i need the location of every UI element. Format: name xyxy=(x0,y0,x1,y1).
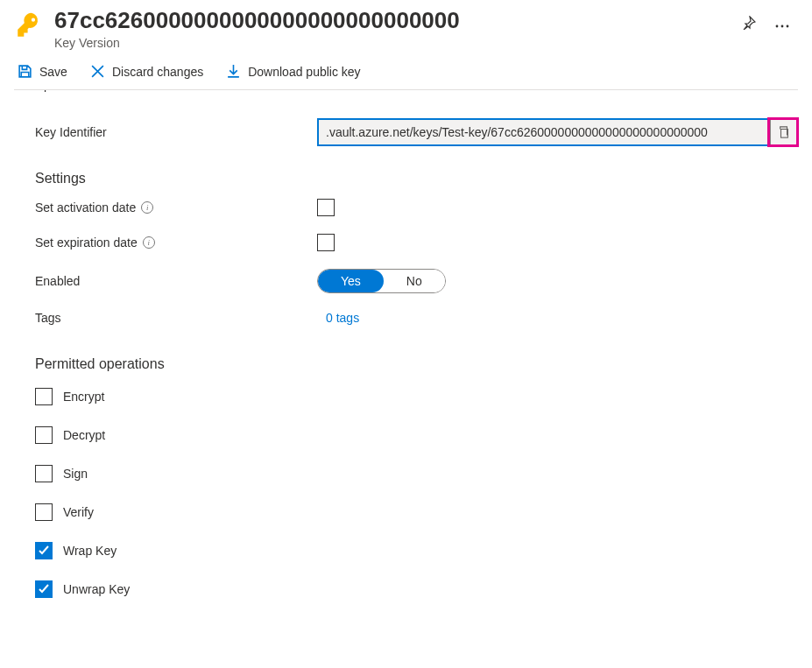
expiration-date-row: Set expiration date i xyxy=(35,225,798,260)
svg-point-2 xyxy=(787,25,789,28)
svg-point-0 xyxy=(776,25,779,28)
info-icon[interactable]: i xyxy=(141,201,153,214)
expiration-date-label: Set expiration date xyxy=(35,236,138,250)
close-icon xyxy=(90,64,105,79)
operation-label: Wrap Key xyxy=(63,544,117,558)
operation-row: Sign xyxy=(35,454,798,493)
expiration-date-checkbox[interactable] xyxy=(317,234,335,251)
pin-icon xyxy=(742,16,756,30)
svg-point-1 xyxy=(781,25,784,28)
operation-row: Encrypt xyxy=(35,377,798,416)
download-icon xyxy=(226,64,241,79)
tags-link[interactable]: 0 tags xyxy=(317,311,359,325)
save-button[interactable]: Save xyxy=(14,62,71,81)
enabled-label: Enabled xyxy=(35,274,307,288)
ellipsis-icon xyxy=(775,25,789,28)
operation-label: Unwrap Key xyxy=(63,582,130,596)
download-button[interactable]: Download public key xyxy=(222,62,364,81)
key-identifier-input[interactable] xyxy=(319,120,770,144)
settings-heading: Settings xyxy=(35,155,798,190)
key-identifier-row: Key Identifier xyxy=(35,99,798,155)
info-icon[interactable]: i xyxy=(143,236,155,249)
enabled-toggle: Yes No xyxy=(317,269,446,293)
tags-row: Tags 0 tags xyxy=(35,302,798,334)
key-icon xyxy=(14,7,44,43)
enabled-yes-option[interactable]: Yes xyxy=(318,270,384,292)
tags-label: Tags xyxy=(35,311,307,325)
activation-date-checkbox[interactable] xyxy=(317,199,335,216)
operation-row: Verify xyxy=(35,493,798,531)
copy-button[interactable] xyxy=(770,120,796,144)
more-button[interactable] xyxy=(773,16,791,32)
operation-label: Decrypt xyxy=(63,428,105,442)
page-title: 67cc6260000000000000000000000000 xyxy=(54,7,730,34)
permitted-operations-heading: Permitted operations xyxy=(35,334,798,376)
operation-row: Wrap Key xyxy=(35,531,798,570)
page-header: 67cc6260000000000000000000000000 Key Ver… xyxy=(14,7,798,55)
operation-checkbox[interactable] xyxy=(35,580,53,598)
permitted-operations-list: EncryptDecryptSignVerifyWrap KeyUnwrap K… xyxy=(35,376,798,608)
operation-label: Sign xyxy=(63,467,88,481)
operation-checkbox[interactable] xyxy=(35,465,53,482)
operation-checkbox[interactable] xyxy=(35,426,53,444)
operation-row: Unwrap Key xyxy=(35,570,798,608)
operation-checkbox[interactable] xyxy=(35,542,53,559)
operation-checkbox[interactable] xyxy=(35,388,53,405)
enabled-row: Enabled Yes No xyxy=(35,260,798,302)
copy-icon xyxy=(778,126,790,138)
operation-label: Encrypt xyxy=(63,390,104,404)
operation-row: Decrypt xyxy=(35,416,798,454)
activation-date-label: Set activation date xyxy=(35,200,136,214)
operation-checkbox[interactable] xyxy=(35,503,53,521)
updated-row-partial: Updated xyxy=(35,90,798,99)
content-area: Updated Key Identifier Settings Set acti… xyxy=(14,90,798,608)
key-identifier-label: Key Identifier xyxy=(35,125,307,139)
activation-date-row: Set activation date i xyxy=(35,190,798,225)
save-icon xyxy=(18,64,32,79)
operation-label: Verify xyxy=(63,505,94,519)
page-subtitle: Key Version xyxy=(54,36,730,50)
discard-button[interactable]: Discard changes xyxy=(87,62,207,81)
toolbar: Save Discard changes Download public key xyxy=(14,55,798,90)
pin-button[interactable] xyxy=(740,14,758,34)
enabled-no-option[interactable]: No xyxy=(384,270,445,292)
key-identifier-field-wrap xyxy=(317,118,798,146)
